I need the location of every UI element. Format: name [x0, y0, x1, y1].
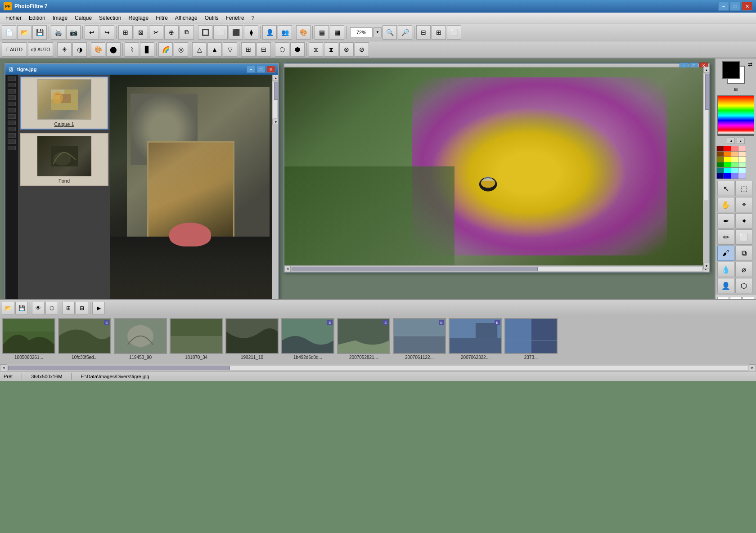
tb-tool9[interactable]: ⧫: [244, 25, 258, 40]
print-button[interactable]: 🖨️: [51, 25, 65, 40]
menu-help[interactable]: ?: [248, 13, 258, 23]
layer-item-1[interactable]: Calque 1: [20, 76, 108, 130]
canvas-image-display[interactable]: [110, 75, 278, 299]
thumb-hscroll[interactable]: ◂ ▸: [0, 364, 756, 371]
menu-calque[interactable]: Calque: [71, 13, 95, 23]
close-button[interactable]: ✕: [742, 2, 752, 11]
tb-extra1[interactable]: ⊟: [416, 25, 431, 40]
tb2-brightness[interactable]: ☀: [57, 42, 72, 57]
brush-tool[interactable]: 🖌: [717, 246, 734, 261]
image-maximize-button[interactable]: □: [256, 66, 266, 73]
tb2-curve[interactable]: ⌇: [125, 42, 139, 57]
thumb-item-9[interactable]: 2373...: [504, 318, 558, 362]
tb2-extra2[interactable]: ⧗: [324, 42, 338, 57]
thumb-img-5[interactable]: E: [281, 318, 334, 354]
tb-tool13[interactable]: ▤: [315, 25, 329, 40]
color-spectrum[interactable]: [717, 95, 754, 136]
clone-tool[interactable]: ⧉: [735, 246, 752, 261]
thumb-img-0[interactable]: [2, 318, 55, 354]
tb2-filter1[interactable]: ⬡: [275, 42, 289, 57]
tb2-filter2[interactable]: ⬢: [290, 42, 305, 57]
tb2-sat[interactable]: ◎: [174, 42, 188, 57]
color-next-button[interactable]: ▸: [737, 138, 745, 144]
thumb-tb3[interactable]: 👁: [32, 302, 45, 314]
tb-tool3[interactable]: ✂: [149, 25, 163, 40]
brush-tiny[interactable]: [717, 297, 729, 299]
tb-tool5[interactable]: ⧉: [180, 25, 194, 40]
portrait-tool[interactable]: 👤: [717, 278, 734, 293]
thumb-img-9[interactable]: [504, 318, 558, 354]
thumb-item-0[interactable]: 1005060261...: [2, 318, 56, 362]
thumb-scroll-right[interactable]: ▸: [749, 364, 756, 372]
menu-filtre[interactable]: Filtre: [152, 13, 171, 23]
menu-edition[interactable]: Edition: [25, 13, 49, 23]
flower-vscroll[interactable]: ▴ ▾: [703, 67, 709, 269]
tb2-color2[interactable]: ⬤: [106, 42, 121, 57]
vscroll-track[interactable]: [273, 82, 277, 118]
select-tool[interactable]: ↖: [717, 181, 734, 196]
vscroll-thumb[interactable]: [274, 82, 278, 100]
thumb-item-8[interactable]: E 2007062322...: [448, 318, 502, 362]
hand-tool[interactable]: ✋: [717, 197, 734, 212]
thumb-scroll-left[interactable]: ◂: [0, 364, 7, 372]
eraser-tool[interactable]: ⬜: [735, 229, 752, 245]
tb-tool2[interactable]: ⊠: [134, 25, 148, 40]
tb2-effect1[interactable]: △: [192, 42, 207, 57]
menu-fichier[interactable]: Fichier: [2, 13, 25, 23]
thumb-scroll-track[interactable]: [8, 366, 748, 370]
flower-vscroll-down[interactable]: ▾: [703, 263, 710, 269]
tb-tool14[interactable]: ▦: [330, 25, 344, 40]
zoom-input[interactable]: 72%: [350, 27, 373, 37]
tb-tool10[interactable]: 👤: [262, 25, 277, 40]
undo-button[interactable]: ↩: [85, 25, 99, 40]
tb2-extra3[interactable]: ⊗: [339, 42, 354, 57]
menu-image[interactable]: Image: [49, 13, 71, 23]
image-vscroll[interactable]: ▴ ▾: [272, 75, 278, 299]
pencil-tool[interactable]: ✏: [717, 229, 734, 245]
zoom-in-button[interactable]: 🔍: [382, 25, 397, 40]
marquee-tool[interactable]: ⬚: [735, 181, 752, 196]
vscroll-up[interactable]: ▴: [272, 75, 278, 81]
color-cell[interactable]: [738, 173, 746, 179]
thumb-item-7[interactable]: E 2007061122...: [392, 318, 446, 362]
thumb-tb5[interactable]: ⊞: [62, 302, 75, 314]
tb2-effect3[interactable]: ▽: [223, 42, 237, 57]
zoom-out-button[interactable]: 🔎: [398, 25, 412, 40]
menu-reglage[interactable]: Réglage: [125, 13, 152, 23]
magic-wand-tool[interactable]: ✦: [735, 213, 752, 228]
tb-tool4[interactable]: ⊕: [164, 25, 179, 40]
thumb-item-3[interactable]: 181870_34: [169, 318, 223, 362]
tb-tool1[interactable]: ⊞: [118, 25, 133, 40]
thumb-img-4[interactable]: [225, 318, 279, 354]
thumb-item-6[interactable]: E 2007052821...: [337, 318, 391, 362]
flower-vscroll-up[interactable]: ▴: [703, 67, 710, 73]
tb2-auto1[interactable]: Γ AUTO: [2, 42, 27, 57]
tb-tool11[interactable]: 👥: [278, 25, 292, 40]
flower-vscroll-thumb[interactable]: [705, 74, 710, 110]
menu-selection[interactable]: Sélection: [95, 13, 125, 23]
flower-hscroll-left[interactable]: ◂: [284, 266, 291, 272]
thumbnail-scroll-area[interactable]: 1005060261... E 10fc30f5ed... 1: [0, 316, 756, 364]
thumb-item-2[interactable]: 119453_90: [113, 318, 167, 362]
menu-affichage[interactable]: Affichage: [171, 13, 201, 23]
tb-extra3[interactable]: ⬜: [447, 25, 461, 40]
image-minimize-button[interactable]: −: [247, 66, 256, 73]
image-canvas[interactable]: ◂ ▸ ▴ ▾: [110, 75, 278, 299]
fill-tool[interactable]: 💧: [717, 262, 734, 277]
tb2-auto2[interactable]: αβ AUTO: [28, 42, 53, 57]
thumb-img-8[interactable]: E: [449, 318, 502, 354]
thumb-item-1[interactable]: E 10fc30f5ed...: [58, 318, 112, 362]
thumb-tb4[interactable]: ⬡: [45, 302, 58, 314]
image-close-button[interactable]: ✕: [266, 66, 275, 73]
color-prev-button[interactable]: ◂: [727, 138, 735, 144]
tb2-noise[interactable]: ⊞: [241, 42, 256, 57]
tb-tool8[interactable]: ⬛: [229, 25, 243, 40]
flower-hscroll[interactable]: ◂ ▸: [284, 265, 709, 272]
foreground-color-swatch[interactable]: [722, 61, 740, 79]
eyedropper-tool[interactable]: ✒: [717, 213, 734, 228]
tb2-extra1[interactable]: ⧖: [309, 42, 323, 57]
thumb-img-3[interactable]: [170, 318, 223, 354]
scan-button[interactable]: 📷: [66, 25, 81, 40]
thumb-tb6[interactable]: ⊟: [76, 302, 88, 314]
thumb-play-button[interactable]: ▶: [92, 302, 105, 314]
